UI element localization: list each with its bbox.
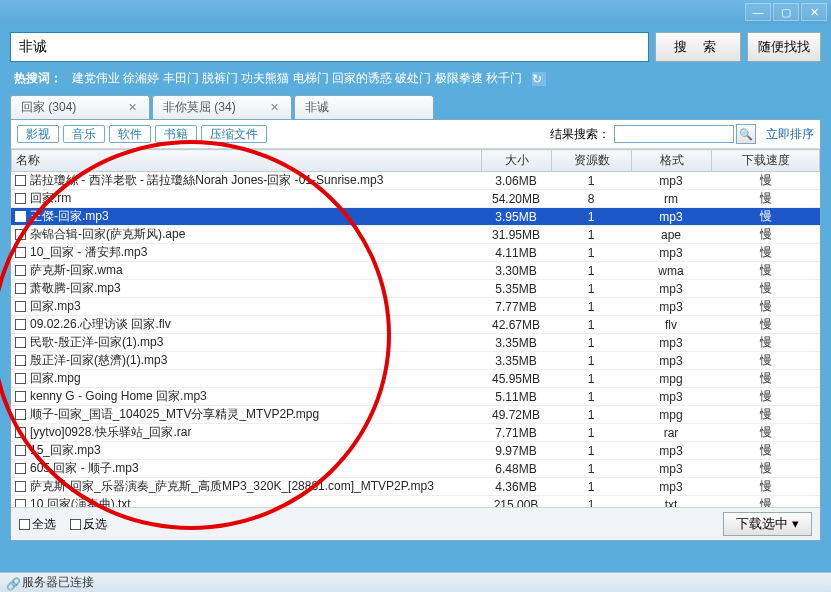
hot-keyword[interactable]: 回家的诱惑 <box>332 71 392 85</box>
file-name: 萨克斯-回家_乐器演奏_萨克斯_高质MP3_320K_[28881.com]_M… <box>30 479 434 493</box>
table-row[interactable]: 15_回家.mp39.97MB1mp3慢 <box>11 442 820 460</box>
tab[interactable]: 非诚 <box>294 95 434 119</box>
table-row[interactable]: kenny G - Going Home 回家.mp35.11MB1mp3慢 <box>11 388 820 406</box>
hot-keyword[interactable]: 徐湘婷 <box>123 71 159 85</box>
result-search-input[interactable] <box>614 125 734 143</box>
invert-selection-checkbox[interactable]: 反选 <box>70 516 107 533</box>
table-row[interactable]: 回家.mp37.77MB1mp3慢 <box>11 298 820 316</box>
col-sources[interactable]: 资源数 <box>552 150 632 172</box>
table-row[interactable]: 萨克斯-回家_乐器演奏_萨克斯_高质MP3_320K_[28881.com]_M… <box>11 478 820 496</box>
row-checkbox[interactable] <box>15 211 26 222</box>
table-row[interactable]: 回家.rm54.20MB8rm慢 <box>11 190 820 208</box>
cell-spd: 慢 <box>711 388 820 406</box>
row-checkbox[interactable] <box>15 463 26 474</box>
cell-spd: 慢 <box>711 226 820 244</box>
refresh-icon[interactable]: ↻ <box>532 72 546 86</box>
table-row[interactable]: 回家.mpg45.95MB1mpg慢 <box>11 370 820 388</box>
cell-size: 49.72MB <box>481 406 551 424</box>
row-checkbox[interactable] <box>15 193 26 204</box>
file-name: 杂锦合辑-回家(萨克斯风).ape <box>30 227 185 241</box>
search-button[interactable]: 搜 索 <box>655 32 741 62</box>
cell-src: 8 <box>551 190 631 208</box>
search-bar: 搜 索 随便找找 <box>0 24 831 68</box>
row-checkbox[interactable] <box>15 247 26 258</box>
table-row[interactable]: 殷正洋-回家(慈濟)(1).mp33.35MB1mp3慢 <box>11 352 820 370</box>
cell-spd: 慢 <box>711 316 820 334</box>
hot-keyword[interactable]: 建党伟业 <box>72 71 120 85</box>
results-body: 諾拉瓊絲 - 西洋老歌 - 諾拉瓊絲Norah Jones-回家 -01-Sun… <box>11 172 820 532</box>
row-checkbox[interactable] <box>15 301 26 312</box>
table-row[interactable]: 諾拉瓊絲 - 西洋老歌 - 諾拉瓊絲Norah Jones-回家 -01-Sun… <box>11 172 820 190</box>
row-checkbox[interactable] <box>15 427 26 438</box>
table-row[interactable]: 605.回家 - 顺子.mp36.48MB1mp3慢 <box>11 460 820 478</box>
file-name: 殷正洋-回家(慈濟)(1).mp3 <box>30 353 167 367</box>
results-scroll[interactable]: 諾拉瓊絲 - 西洋老歌 - 諾拉瓊絲Norah Jones-回家 -01-Sun… <box>11 172 820 532</box>
table-row[interactable]: 10_回家 - 潘安邦.mp34.11MB1mp3慢 <box>11 244 820 262</box>
row-checkbox[interactable] <box>15 337 26 348</box>
row-checkbox[interactable] <box>15 355 26 366</box>
row-checkbox[interactable] <box>15 373 26 384</box>
row-checkbox[interactable] <box>15 445 26 456</box>
table-row[interactable]: 杂锦合辑-回家(萨克斯风).ape31.95MB1ape慢 <box>11 226 820 244</box>
hot-keyword[interactable]: 破处门 <box>395 71 431 85</box>
table-row[interactable]: 09.02.26.心理访谈 回家.flv42.67MB1flv慢 <box>11 316 820 334</box>
random-search-button[interactable]: 随便找找 <box>747 32 821 62</box>
filter-chip[interactable]: 音乐 <box>63 125 105 143</box>
file-name: 回家.mp3 <box>30 299 81 313</box>
cell-spd: 慢 <box>711 460 820 478</box>
row-checkbox[interactable] <box>15 175 26 186</box>
cell-size: 9.97MB <box>481 442 551 460</box>
filter-chip[interactable]: 书籍 <box>155 125 197 143</box>
minimize-button[interactable]: — <box>745 3 771 21</box>
cell-src: 1 <box>551 478 631 496</box>
select-all-checkbox[interactable]: 全选 <box>19 516 56 533</box>
cell-src: 1 <box>551 172 631 190</box>
close-button[interactable]: ✕ <box>801 3 827 21</box>
file-name: 諾拉瓊絲 - 西洋老歌 - 諾拉瓊絲Norah Jones-回家 -01-Sun… <box>30 173 383 187</box>
cell-size: 3.30MB <box>481 262 551 280</box>
filter-chip[interactable]: 软件 <box>109 125 151 143</box>
col-speed[interactable]: 下载速度 <box>712 150 820 172</box>
cell-src: 1 <box>551 226 631 244</box>
row-checkbox[interactable] <box>15 283 26 294</box>
table-row[interactable]: 民歌-殷正洋-回家(1).mp33.35MB1mp3慢 <box>11 334 820 352</box>
cell-spd: 慢 <box>711 172 820 190</box>
filter-chip[interactable]: 压缩文件 <box>201 125 267 143</box>
tab-close-icon[interactable]: ✕ <box>268 101 281 114</box>
hot-keyword[interactable]: 极限拳速 <box>435 71 483 85</box>
hot-keyword[interactable]: 丰田门 <box>163 71 199 85</box>
col-name[interactable]: 名称 <box>12 150 482 172</box>
row-checkbox[interactable] <box>15 481 26 492</box>
cell-size: 3.06MB <box>481 172 551 190</box>
row-checkbox[interactable] <box>15 409 26 420</box>
sort-link[interactable]: 立即排序 <box>766 126 814 143</box>
table-row[interactable]: 王傑-回家.mp33.95MB1mp3慢 <box>11 208 820 226</box>
cell-size: 5.35MB <box>481 280 551 298</box>
row-checkbox[interactable] <box>15 265 26 276</box>
table-row[interactable]: 萧敬腾-回家.mp35.35MB1mp3慢 <box>11 280 820 298</box>
table-row[interactable]: 顺子-回家_国语_104025_MTV分享精灵_MTVP2P.mpg49.72M… <box>11 406 820 424</box>
col-format[interactable]: 格式 <box>632 150 712 172</box>
result-search-button[interactable]: 🔍 <box>736 124 756 144</box>
hot-keyword[interactable]: 电梯门 <box>293 71 329 85</box>
table-row[interactable]: 萨克斯-回家.wma3.30MB1wma慢 <box>11 262 820 280</box>
cell-fmt: ape <box>631 226 711 244</box>
download-selected-button[interactable]: 下载选中 ▾ <box>723 512 812 536</box>
filter-chip[interactable]: 影视 <box>17 125 59 143</box>
row-checkbox[interactable] <box>15 319 26 330</box>
tab[interactable]: 非你莫屈 (34)✕ <box>152 95 292 119</box>
hot-keyword[interactable]: 脱裤门 <box>202 71 238 85</box>
cell-spd: 慢 <box>711 334 820 352</box>
search-input[interactable] <box>10 32 649 62</box>
tab-close-icon[interactable]: ✕ <box>126 101 139 114</box>
cell-size: 7.71MB <box>481 424 551 442</box>
cell-src: 1 <box>551 388 631 406</box>
tab[interactable]: 回家 (304)✕ <box>10 95 150 119</box>
hot-keyword[interactable]: 秋千门 <box>486 71 522 85</box>
col-size[interactable]: 大小 <box>482 150 552 172</box>
row-checkbox[interactable] <box>15 229 26 240</box>
maximize-button[interactable]: ▢ <box>773 3 799 21</box>
table-row[interactable]: [yytvo]0928.快乐驿站_回家.rar7.71MB1rar慢 <box>11 424 820 442</box>
row-checkbox[interactable] <box>15 391 26 402</box>
hot-keyword[interactable]: 功夫熊猫 <box>241 71 289 85</box>
